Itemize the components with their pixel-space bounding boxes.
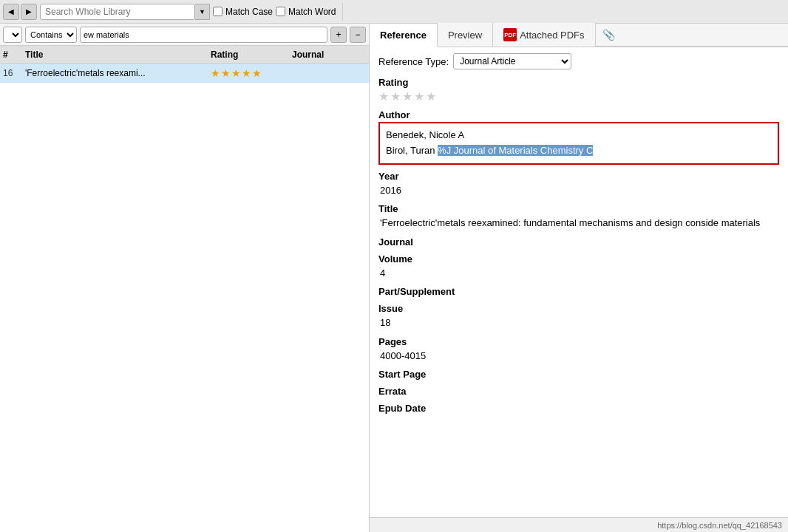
star-icons: ★★★★★: [211, 67, 262, 79]
pages-label: Pages: [378, 336, 779, 347]
rating-stars: ★ ★ ★ ★ ★: [378, 89, 779, 103]
ref-title-section: Title 'Ferroelectric'metals reexamined: …: [378, 203, 779, 231]
table-header: # Title Rating Journal: [0, 46, 369, 64]
star-5[interactable]: ★: [426, 89, 436, 103]
title-value: 'Ferroelectric'metals reexamined: fundam…: [378, 216, 779, 231]
ref-rating-section: Rating ★ ★ ★ ★ ★: [378, 77, 779, 103]
errata-label: Errata: [378, 386, 779, 397]
left-panel: Contains + − # Title Rating Journal 16 '…: [0, 24, 370, 532]
star-2[interactable]: ★: [390, 89, 401, 103]
ref-epub-date-section: Epub Date: [378, 403, 779, 414]
row-num: 16: [3, 68, 25, 78]
ref-content: Reference Type: Journal Article Rating ★…: [370, 47, 788, 517]
row-title: 'Ferroelectric'metals reexami...: [25, 68, 211, 78]
ref-part-section: Part/Supplement: [378, 286, 779, 297]
author-line-1: Benedek, Nicole A: [386, 128, 772, 143]
nav-arrows: ◀ ▶: [3, 4, 37, 20]
author-2-highlight: %J Journal of Materials Chemistry C: [438, 145, 593, 156]
star-4[interactable]: ★: [414, 89, 424, 103]
col-header-rating: Rating: [211, 50, 292, 60]
author-box: Benedek, Nicole A Birol, Turan %J Journa…: [378, 122, 779, 165]
top-bar: ◀ ▶ ▼ Match Case Match Word: [0, 0, 788, 24]
divider: [342, 3, 343, 21]
status-bar: https://blog.csdn.net/qq_42168543: [370, 517, 788, 532]
title-label: Title: [378, 203, 779, 214]
field-select[interactable]: [3, 27, 22, 43]
add-filter-button[interactable]: +: [330, 27, 347, 43]
match-case-label: Match Case: [225, 7, 273, 17]
ref-type-row: Reference Type: Journal Article: [378, 53, 779, 69]
ref-pages-section: Pages 4000-4015: [378, 336, 779, 364]
part-label: Part/Supplement: [378, 286, 779, 297]
ref-year-section: Year 2016: [378, 171, 779, 198]
year-label: Year: [378, 171, 779, 182]
issue-value: 18: [378, 316, 779, 330]
ref-journal-section: Journal: [378, 236, 779, 248]
ref-type-select[interactable]: Journal Article: [453, 53, 571, 69]
author-line-2: Birol, Turan %J Journal of Materials Che…: [386, 143, 772, 159]
filter-bar: Contains + −: [0, 24, 369, 46]
right-panel: Reference Preview PDF Attached PDFs 📎 Re…: [370, 24, 788, 532]
status-url: https://blog.csdn.net/qq_42168543: [657, 521, 782, 530]
operator-select[interactable]: Contains: [25, 27, 77, 43]
nav-forward-button[interactable]: ▶: [21, 4, 37, 20]
col-header-num: #: [3, 50, 25, 60]
tab-bar: Reference Preview PDF Attached PDFs 📎: [370, 24, 788, 47]
author-2-name: Birol, Turan: [386, 145, 438, 156]
ref-volume-section: Volume 4: [378, 253, 779, 281]
row-rating: ★★★★★: [211, 67, 292, 79]
volume-value: 4: [378, 266, 779, 281]
col-header-journal: Journal: [292, 50, 366, 60]
main-container: Contains + − # Title Rating Journal 16 '…: [0, 24, 788, 532]
paperclip-button[interactable]: 📎: [599, 24, 619, 45]
tab-preview[interactable]: Preview: [438, 23, 493, 47]
year-value: 2016: [378, 183, 779, 198]
pdf-icon: PDF: [503, 28, 517, 41]
col-header-title: Title: [25, 50, 211, 60]
ref-start-page-section: Start Page: [378, 369, 779, 380]
match-word-label: Match Word: [288, 7, 336, 17]
start-page-label: Start Page: [378, 369, 779, 380]
ref-issue-section: Issue 18: [378, 303, 779, 330]
star-1[interactable]: ★: [378, 89, 389, 103]
issue-label: Issue: [378, 303, 779, 314]
author-label: Author: [378, 109, 779, 120]
filter-input[interactable]: [80, 27, 327, 43]
match-case-checkbox[interactable]: [213, 7, 223, 16]
star-3[interactable]: ★: [402, 89, 412, 103]
epub-date-label: Epub Date: [378, 403, 779, 414]
table-row[interactable]: 16 'Ferroelectric'metals reexami... ★★★★…: [0, 64, 369, 83]
remove-filter-button[interactable]: −: [350, 27, 366, 43]
pages-value: 4000-4015: [378, 349, 779, 364]
match-word-group: Match Word: [276, 7, 336, 17]
volume-label: Volume: [378, 253, 779, 265]
rating-label: Rating: [378, 77, 779, 88]
journal-label: Journal: [378, 236, 779, 248]
tab-attached-pdfs[interactable]: PDF Attached PDFs: [493, 23, 595, 47]
nav-back-button[interactable]: ◀: [3, 4, 19, 20]
tab-reference[interactable]: Reference: [370, 24, 438, 47]
ref-type-label: Reference Type:: [378, 56, 449, 67]
search-input[interactable]: [40, 4, 195, 20]
search-dropdown-button[interactable]: ▼: [195, 4, 210, 20]
match-word-checkbox[interactable]: [276, 7, 285, 16]
ref-errata-section: Errata: [378, 386, 779, 397]
search-box: ▼: [40, 4, 210, 20]
match-case-group: Match Case: [213, 7, 273, 17]
